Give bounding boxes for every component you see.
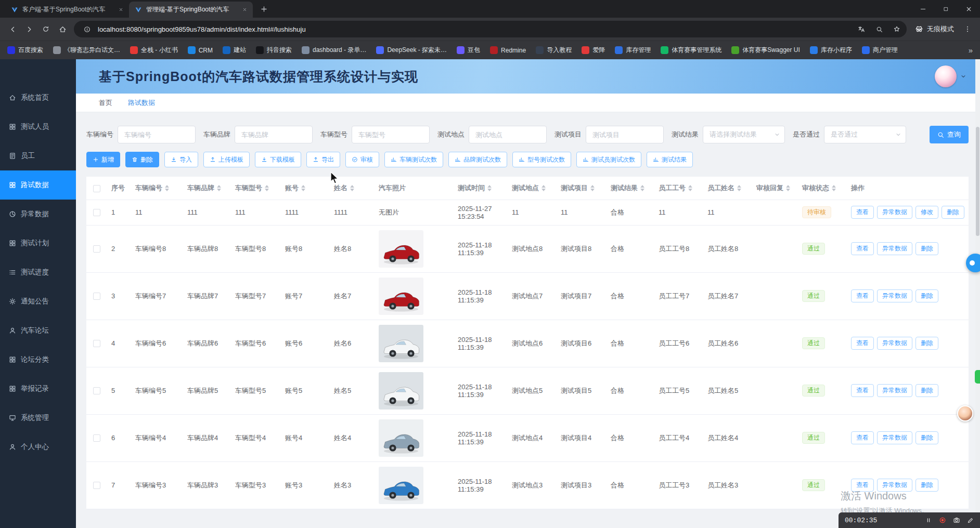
avatar[interactable] [935, 65, 957, 87]
row-checkbox[interactable] [93, 434, 100, 442]
bookmark-item[interactable]: 导入教程 [536, 46, 572, 55]
column-header[interactable]: 员工工号 [654, 177, 703, 200]
test-result-select[interactable]: 请选择测试结果 [703, 126, 785, 143]
row-checkbox[interactable] [93, 482, 100, 489]
sidebar-item-personal-center[interactable]: 个人中心 [0, 432, 76, 461]
bookmark-star-icon[interactable] [890, 22, 904, 36]
menu-kebab-icon[interactable] [959, 21, 976, 37]
row-view-button[interactable]: 查看 [851, 289, 874, 302]
row-abnormal-button[interactable]: 异常数据 [877, 337, 912, 350]
translate-icon[interactable] [855, 22, 868, 36]
audit-button[interactable]: 审核 [345, 152, 379, 167]
search-icon[interactable] [872, 22, 886, 36]
sort-icon[interactable] [165, 185, 169, 191]
row-delete-button[interactable]: 删除 [942, 206, 964, 219]
row-checkbox[interactable] [93, 340, 100, 347]
sort-icon[interactable] [786, 185, 790, 191]
bookmark-item[interactable]: 体育赛事管理系统 [661, 46, 721, 55]
delete-button[interactable]: 删除 [125, 152, 159, 167]
sort-icon[interactable] [301, 185, 305, 191]
sort-icon[interactable] [590, 185, 595, 191]
is-pass-select[interactable]: 是否通过 [824, 126, 906, 143]
search-button[interactable]: 查询 [930, 126, 969, 143]
bookmarks-overflow-icon[interactable]: » [969, 46, 973, 55]
import-button[interactable]: 导入 [164, 152, 198, 167]
sort-icon[interactable] [487, 185, 492, 191]
bookmark-item[interactable]: 库存小程序 [810, 46, 852, 55]
floating-widget[interactable] [975, 370, 980, 384]
column-header[interactable]: 车辆编号 [131, 177, 183, 200]
bookmark-item[interactable]: DeepSeek - 探索未… [376, 46, 447, 55]
page-scrollbar[interactable] [975, 59, 980, 528]
sort-icon[interactable] [737, 185, 741, 191]
sort-icon[interactable] [688, 185, 692, 191]
vehicle-brand-input[interactable] [235, 126, 313, 143]
row-abnormal-button[interactable]: 异常数据 [877, 242, 912, 255]
column-header[interactable]: 审核状态 [798, 177, 847, 200]
column-header[interactable]: 账号 [281, 177, 330, 200]
record-stop-icon[interactable] [939, 517, 946, 524]
scrollbar-thumb[interactable] [976, 127, 979, 236]
row-view-button[interactable]: 查看 [851, 431, 874, 444]
row-checkbox[interactable] [93, 209, 100, 216]
sort-icon[interactable] [541, 185, 546, 191]
sidebar-item-testers[interactable]: 测试人员 [0, 112, 76, 141]
url-bar[interactable]: localhost:8080/springboot9859us78/admin/… [74, 21, 907, 37]
row-view-button[interactable]: 查看 [851, 337, 874, 350]
tab-road-test-data[interactable]: 路试数据 [128, 98, 155, 108]
row-edit-button[interactable]: 修改 [915, 206, 938, 219]
column-header[interactable]: 车辆型号 [231, 177, 281, 200]
download-template-button[interactable]: 下载模板 [255, 152, 301, 167]
close-button[interactable] [957, 0, 980, 18]
row-abnormal-button[interactable]: 异常数据 [877, 479, 912, 492]
floating-avatar-sticker[interactable] [957, 405, 973, 421]
vehicle-test-count-button[interactable]: 车辆测试次数 [384, 152, 443, 167]
sidebar-item-system-manage[interactable]: 系统管理 [0, 403, 76, 432]
sidebar-item-abnormal-data[interactable]: 异常数据 [0, 200, 76, 229]
forward-button[interactable] [21, 21, 37, 37]
user-menu[interactable] [935, 65, 966, 87]
row-checkbox[interactable] [93, 293, 100, 300]
column-header[interactable]: 测试时间 [454, 177, 508, 200]
sort-icon[interactable] [640, 185, 644, 191]
upload-template-button[interactable]: 上传模板 [203, 152, 250, 167]
column-header[interactable]: 审核回复 [752, 177, 798, 200]
vehicle-model-input[interactable] [352, 126, 430, 143]
back-button[interactable] [4, 21, 21, 37]
row-view-button[interactable]: 查看 [851, 242, 874, 255]
brand-test-count-button[interactable]: 品牌测试次数 [448, 152, 507, 167]
bookmark-item[interactable]: 《聊斋志异白话文… [53, 46, 120, 55]
bookmark-item[interactable]: 抖音搜索 [256, 46, 292, 55]
bookmark-item[interactable]: 百度搜索 [7, 46, 43, 55]
add-button[interactable]: 新增 [86, 152, 120, 167]
row-checkbox[interactable] [93, 387, 100, 394]
column-header[interactable]: 姓名 [330, 177, 375, 200]
row-delete-button[interactable]: 删除 [915, 431, 938, 444]
row-view-button[interactable]: 查看 [851, 206, 874, 219]
bookmark-item[interactable]: Redmine [490, 46, 526, 54]
tab-close-icon[interactable] [117, 6, 125, 14]
column-header[interactable]: 车辆品牌 [183, 177, 231, 200]
row-view-button[interactable]: 查看 [851, 384, 874, 397]
tab-close-icon[interactable] [240, 6, 249, 14]
row-delete-button[interactable]: 删除 [915, 242, 938, 255]
pause-icon[interactable] [925, 517, 932, 524]
vehicle-code-input[interactable] [118, 126, 196, 143]
tab-home[interactable]: 首页 [99, 98, 112, 108]
sidebar-item-forum-category[interactable]: 论坛分类 [0, 345, 76, 374]
bookmark-item[interactable]: 豆包 [457, 46, 480, 55]
sidebar-item-car-forum[interactable]: 汽车论坛 [0, 316, 76, 345]
bookmark-item[interactable]: 商户管理 [862, 46, 898, 55]
sidebar-item-home[interactable]: 系统首页 [0, 83, 76, 112]
column-header[interactable]: 测试地点 [508, 177, 557, 200]
home-button[interactable] [54, 21, 71, 37]
test-place-input[interactable] [469, 126, 547, 143]
column-header[interactable]: 员工姓名 [703, 177, 752, 200]
column-header[interactable]: 测试项目 [557, 177, 607, 200]
row-abnormal-button[interactable]: 异常数据 [877, 206, 912, 219]
minimize-button[interactable] [911, 0, 934, 18]
new-tab-button[interactable] [257, 2, 270, 16]
browser-tab[interactable]: 客户端-基于SpringBoot的汽车 [5, 2, 129, 18]
row-delete-button[interactable]: 删除 [915, 384, 938, 397]
row-delete-button[interactable]: 删除 [915, 479, 938, 492]
